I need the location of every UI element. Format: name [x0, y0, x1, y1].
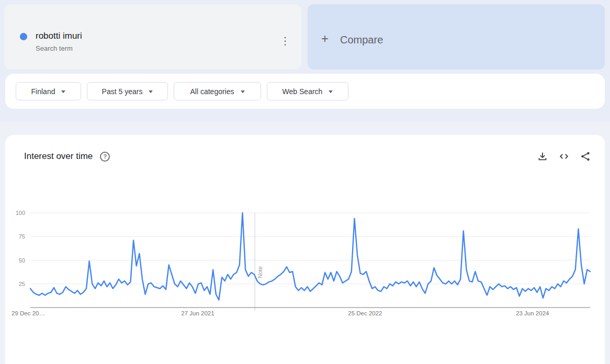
- filter-country-label: Finland: [31, 87, 55, 96]
- x-tick-label: 27 Jun 2021: [181, 310, 214, 316]
- y-tick-label: 100: [16, 210, 25, 216]
- filter-category-dropdown[interactable]: All categories: [174, 82, 261, 100]
- share-icon[interactable]: [580, 151, 591, 162]
- search-term-card[interactable]: robotti imuri Search term ⋮: [4, 4, 301, 70]
- interest-over-time-card: Interest over time ? 100755025Note29 Dec…: [5, 135, 605, 364]
- x-tick-label: 23 Jun 2024: [516, 310, 549, 316]
- y-tick-label: 25: [19, 281, 25, 287]
- embed-icon[interactable]: [558, 151, 570, 162]
- interest-over-time-chart: 100755025Note29 Dec 20…27 Jun 202125 Dec…: [5, 199, 605, 335]
- chevron-down-icon: [241, 90, 245, 93]
- y-tick-label: 50: [19, 257, 25, 264]
- filter-time-label: Past 5 years: [102, 87, 143, 96]
- filter-searchtype-label: Web Search: [283, 87, 323, 96]
- note-marker-label: Note: [257, 266, 263, 278]
- trend-line: [30, 213, 590, 300]
- filter-category-label: All categories: [190, 87, 234, 96]
- compare-card[interactable]: + Compare: [308, 4, 605, 70]
- x-tick-label: 25 Dec 2022: [348, 310, 382, 316]
- filter-bar: Finland Past 5 years All categories Web …: [5, 74, 605, 109]
- chevron-down-icon: [149, 90, 153, 93]
- help-icon[interactable]: ?: [100, 152, 110, 162]
- filter-country-dropdown[interactable]: Finland: [16, 82, 81, 100]
- filter-time-dropdown[interactable]: Past 5 years: [87, 82, 168, 100]
- plus-icon: +: [321, 32, 334, 45]
- compare-label: Compare: [340, 34, 383, 46]
- series-color-dot: [20, 33, 27, 40]
- search-term-title: robotti imuri: [36, 31, 82, 41]
- chevron-down-icon: [61, 90, 65, 93]
- filter-searchtype-dropdown[interactable]: Web Search: [267, 82, 348, 100]
- y-tick-label: 75: [19, 233, 25, 240]
- chevron-down-icon: [329, 90, 333, 93]
- term-menu-kebab-icon[interactable]: ⋮: [276, 31, 294, 50]
- chart-title: Interest over time: [24, 151, 93, 162]
- search-term-type: Search term: [36, 44, 73, 52]
- chart-header: Interest over time ?: [5, 151, 605, 162]
- x-start-label: 29 Dec 20…: [12, 310, 45, 316]
- download-icon[interactable]: [537, 151, 548, 162]
- chart-area[interactable]: 100755025Note29 Dec 20…27 Jun 202125 Dec…: [5, 199, 605, 335]
